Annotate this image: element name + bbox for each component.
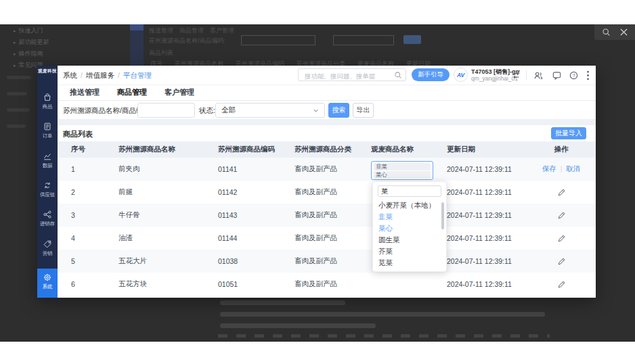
global-search-input[interactable] — [303, 70, 395, 83]
tag-icon — [43, 240, 52, 249]
gear-icon — [43, 273, 52, 282]
dropdown-search-input[interactable] — [378, 185, 441, 197]
column-header: 操作 — [527, 141, 596, 158]
brand-logo: 观麦科技 — [37, 68, 58, 74]
cell-product-name: 牛仔骨 — [110, 204, 210, 227]
cell-product-code: 01038 — [210, 250, 286, 273]
global-search-box — [298, 68, 406, 81]
table-row: 2 前腿 01142 畜肉及副产品 2024-07-11 12:39:11 保存… — [58, 181, 596, 204]
dropdown-option[interactable]: 菜心 — [373, 223, 446, 234]
sidebar-nav: 观麦科技 商品 订单 数据 供应链 进销存 营销 系统 — [37, 66, 58, 298]
cell-guanmai-name — [363, 273, 439, 296]
product-list-card: 商品列表 批量导入 序号 苏州溯源商品名称 苏州溯源商品编码 苏州溯源商品分类 … — [58, 125, 596, 298]
dropdown-option[interactable]: 韭菜 — [373, 211, 446, 223]
table-body: 1 前夹肉 01141 畜肉及副产品 2024-07-11 12:39:11 保… — [58, 158, 596, 296]
breadcrumb: 系统/增值服务/平台管理 — [63, 71, 152, 81]
status-select[interactable]: 全部 — [215, 103, 325, 118]
edit-pencil-icon[interactable] — [557, 188, 566, 197]
help-icon[interactable]: ? — [569, 70, 579, 81]
feedback-chat-icon[interactable] — [552, 70, 562, 81]
topbar-divider — [526, 70, 527, 80]
breadcrumb-item[interactable]: 系统 — [63, 71, 77, 79]
export-button[interactable]: 导出 — [353, 103, 374, 118]
table-row: 3 牛仔骨 01143 畜肉及副产品 2024-07-11 12:39:11 保… — [58, 204, 596, 227]
edit-pencil-icon[interactable] — [557, 257, 566, 266]
sidebar-item-orders[interactable]: 订单 — [37, 122, 58, 139]
cell-product-name: 前腿 — [110, 181, 210, 204]
sidebar-item-label: 订单 — [38, 132, 57, 139]
cell-product-code: 01142 — [210, 181, 286, 204]
sidebar-item-data[interactable]: 数据 — [37, 152, 58, 169]
main-content: 系统/增值服务/平台管理 新手引导 AV T47053 [销售]-gm... q… — [58, 66, 596, 298]
sidebar-item-supply-chain[interactable]: 供应链 — [37, 181, 58, 198]
newbie-guide-button[interactable]: 新手引导 — [412, 68, 450, 81]
more-menu-icon[interactable] — [586, 70, 590, 81]
dropdown-option[interactable]: 苋菜 — [373, 257, 446, 269]
card-title: 商品列表 — [63, 129, 93, 139]
contacts-icon[interactable] — [533, 70, 544, 81]
dropdown-option[interactable]: 圆生菜 — [373, 234, 446, 246]
sidebar-item-marketing[interactable]: 营销 — [37, 240, 58, 257]
sidebar-item-goods[interactable]: 商品 — [37, 93, 58, 110]
keyword-input[interactable] — [137, 103, 195, 118]
switch-account-icon[interactable] — [512, 71, 521, 80]
column-header: 序号 — [58, 141, 110, 158]
dropdown-option[interactable]: 小麦芹菜（本地） — [373, 200, 446, 211]
cell-actions: 保存|取消 — [527, 227, 596, 250]
cell-actions: 保存|取消 — [527, 273, 596, 296]
cell-actions: 保存|取消 — [527, 250, 596, 273]
search-button[interactable]: 搜索 — [328, 103, 349, 118]
table-row: 1 前夹肉 01141 畜肉及副产品 2024-07-11 12:39:11 保… — [58, 158, 596, 181]
cell-product-code: 01051 — [210, 273, 286, 296]
cell-index: 3 — [58, 204, 110, 227]
tab[interactable]: 推送管理 — [70, 85, 100, 100]
table-row: 4 油渣 01144 畜肉及副产品 2024-07-11 12:39:11 保存… — [58, 227, 596, 250]
dropdown-scrollbar[interactable] — [441, 202, 444, 229]
sidebar-item-label: 进销存 — [38, 220, 57, 227]
sidebar-item-label: 数据 — [38, 162, 57, 168]
edit-pencil-icon[interactable] — [557, 211, 566, 220]
sidebar-item-inventory[interactable]: 进销存 — [37, 210, 58, 227]
cell-product-code: 01141 — [210, 158, 286, 181]
column-header: 观麦商品名称 — [363, 141, 439, 158]
topbar: 系统/增值服务/平台管理 新手引导 AV T47053 [销售]-gm... q… — [58, 66, 596, 85]
cell-category: 畜肉及副产品 — [286, 181, 363, 204]
link-divider: | — [561, 164, 563, 173]
save-link[interactable]: 保存 — [542, 164, 556, 173]
magnifier-icon — [602, 28, 611, 37]
cancel-link[interactable]: 取消 — [566, 164, 580, 173]
viewer-zoom-button[interactable] — [600, 26, 612, 39]
guanmai-multiselect[interactable]: 韭菜菜心 — [371, 161, 433, 180]
breadcrumb-item[interactable]: 增值服务 — [86, 71, 114, 79]
cell-product-code: 01144 — [210, 227, 286, 250]
breadcrumb-item-current: 平台管理 — [123, 71, 152, 79]
table-header: 序号 苏州溯源商品名称 苏州溯源商品编码 苏州溯源商品分类 观麦商品名称 更新日… — [58, 141, 596, 158]
cell-actions: 保存|取消 — [527, 181, 596, 204]
edit-pencil-icon[interactable] — [557, 280, 566, 289]
viewer-close-button[interactable] — [617, 26, 630, 39]
selected-tag[interactable]: 韭菜 — [374, 163, 431, 170]
cell-updated: 2024-07-11 12:39:11 — [439, 273, 527, 296]
cell-category: 畜肉及副产品 — [286, 227, 363, 250]
tab[interactable]: 客户管理 — [165, 85, 194, 100]
edit-pencil-icon[interactable] — [557, 234, 566, 243]
breadcrumb-separator: / — [81, 71, 83, 79]
tab[interactable]: 商品管理 — [117, 85, 147, 100]
cell-product-name: 油渣 — [110, 227, 210, 250]
status-select-value: 全部 — [221, 106, 312, 115]
order-doc-icon — [43, 122, 52, 131]
cell-updated: 2024-07-11 12:39:11 — [439, 181, 527, 204]
sidebar-item-label: 商品 — [38, 103, 57, 110]
selected-tag[interactable]: 菜心 — [374, 171, 431, 179]
column-header: 苏州溯源商品编码 — [210, 141, 286, 158]
cell-category: 畜肉及副产品 — [286, 158, 363, 181]
batch-import-button[interactable]: 批量导入 — [551, 127, 586, 139]
sidebar-item-label: 供应链 — [38, 191, 57, 198]
tab-bar: 推送管理商品管理客户管理 — [58, 85, 596, 101]
cell-updated: 2024-07-11 12:39:11 — [439, 204, 527, 227]
cell-updated: 2024-07-11 12:39:11 — [439, 158, 527, 181]
cell-product-code: 01143 — [210, 204, 286, 227]
avatar[interactable]: AV — [454, 68, 468, 82]
dropdown-option[interactable]: 芥菜 — [373, 246, 446, 257]
search-icon[interactable] — [394, 71, 402, 79]
